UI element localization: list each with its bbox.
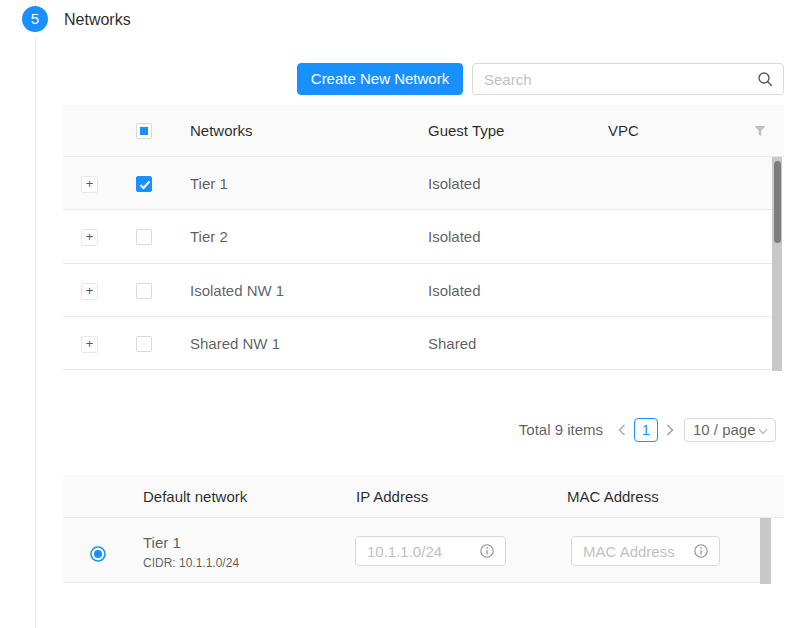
chevron-down-icon <box>758 428 768 435</box>
networks-table-body: + Tier 1 Isolated + Tier 2 Isolated + Is… <box>63 157 784 371</box>
expand-row-button[interactable]: + <box>81 283 98 300</box>
select-all-checkbox[interactable] <box>136 123 152 139</box>
networks-table-header: Networks Guest Type VPC <box>63 105 784 157</box>
networks-table-scrollbar-thumb[interactable] <box>774 161 781 243</box>
network-guest-type: Isolated <box>428 280 481 301</box>
previous-page-button[interactable] <box>610 418 634 442</box>
default-network-radio[interactable] <box>90 546 106 562</box>
page-number-button[interactable]: 1 <box>634 418 658 442</box>
ip-address-input[interactable] <box>356 537 475 565</box>
column-header-vpc[interactable]: VPC <box>608 121 639 141</box>
filter-icon[interactable] <box>754 125 766 137</box>
default-network-table-header: Default network IP Address MAC Address <box>63 475 784 518</box>
step-title: Networks <box>64 9 131 30</box>
default-network-cidr: CIDR: 10.1.1.0/24 <box>143 555 239 571</box>
network-row[interactable]: + Tier 2 Isolated <box>63 210 772 263</box>
search-input[interactable] <box>473 64 751 94</box>
pagination-total: Total 9 items <box>519 418 603 442</box>
row-checkbox[interactable] <box>136 283 152 299</box>
column-header-ip-address: IP Address <box>356 487 428 507</box>
column-header-networks[interactable]: Networks <box>190 121 253 141</box>
next-page-button[interactable] <box>658 418 682 442</box>
step-connector <box>35 38 36 628</box>
page-size-value: 10 / page <box>693 421 756 438</box>
expand-row-button[interactable]: + <box>81 229 98 246</box>
default-table-scrollbar-track[interactable] <box>760 518 771 584</box>
search-box[interactable] <box>472 63 784 95</box>
network-row[interactable]: + Shared NW 1 Shared <box>63 317 772 370</box>
network-name: Isolated NW 1 <box>190 280 284 301</box>
network-name: Tier 2 <box>190 226 228 247</box>
expand-row-button[interactable]: + <box>81 176 98 193</box>
info-icon <box>480 544 494 558</box>
expand-row-button[interactable]: + <box>81 336 98 353</box>
default-network-table: Default network IP Address MAC Address T… <box>63 475 784 584</box>
network-row[interactable]: + Tier 1 Isolated <box>63 157 772 210</box>
ip-address-input-box[interactable] <box>355 536 506 566</box>
network-guest-type: Isolated <box>428 226 481 247</box>
row-checkbox[interactable] <box>136 229 152 245</box>
row-checkbox[interactable] <box>136 336 152 352</box>
column-header-mac-address: MAC Address <box>567 487 659 507</box>
default-network-table-body: Tier 1 CIDR: 10.1.1.0/24 <box>63 518 784 584</box>
column-header-guest-type[interactable]: Guest Type <box>428 121 504 141</box>
info-icon <box>694 544 708 558</box>
step-number-badge: 5 <box>22 6 48 32</box>
network-name: Tier 1 <box>190 173 228 194</box>
network-guest-type: Shared <box>428 333 476 354</box>
network-row[interactable]: + Isolated NW 1 Isolated <box>63 264 772 317</box>
default-network-name: Tier 1 <box>143 532 181 553</box>
row-checkbox[interactable] <box>136 176 152 192</box>
page-size-select[interactable]: 10 / page <box>684 418 776 442</box>
networks-table: Networks Guest Type VPC + Tier 1 Isolate… <box>63 105 784 371</box>
pagination: Total 9 items 1 10 / page <box>63 418 784 442</box>
mac-address-input-box[interactable] <box>571 536 720 566</box>
network-guest-type: Isolated <box>428 173 481 194</box>
column-header-default-network: Default network <box>143 487 247 507</box>
mac-address-input[interactable] <box>572 537 689 565</box>
default-network-row[interactable]: Tier 1 CIDR: 10.1.1.0/24 <box>63 518 772 583</box>
create-new-network-button[interactable]: Create New Network <box>297 63 463 95</box>
networks-table-scrollbar-track[interactable] <box>772 157 782 371</box>
network-name: Shared NW 1 <box>190 333 280 354</box>
search-icon <box>757 71 773 87</box>
